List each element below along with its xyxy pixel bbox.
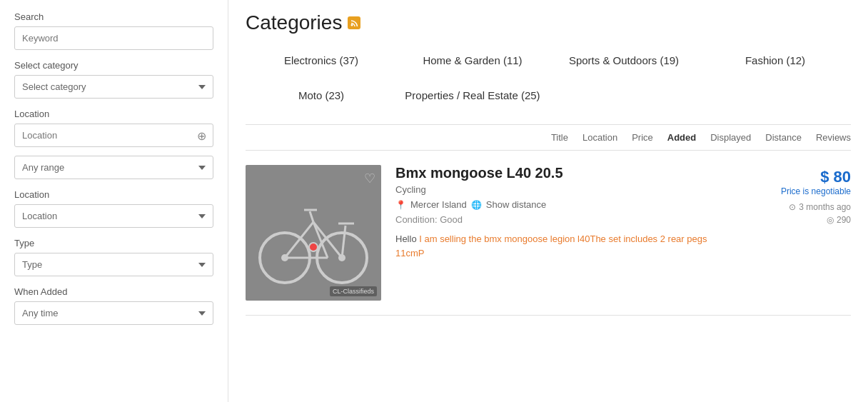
listing-condition: Condition: Good xyxy=(395,214,730,225)
listing-time: ⊙ 3 months ago xyxy=(744,202,851,212)
type-label: Type xyxy=(14,238,213,248)
sort-added[interactable]: Added xyxy=(667,132,696,143)
sort-bar: Title Location Price Added Displayed Dis… xyxy=(246,125,851,151)
sort-location[interactable]: Location xyxy=(582,132,617,143)
sort-reviews[interactable]: Reviews xyxy=(816,132,851,143)
listing-negotiable: Price is negotiable xyxy=(744,186,851,196)
listing-row: ♡ CL-Classifieds Bmx mongoose L40 20.5 C… xyxy=(246,151,851,316)
listing-location: Mercer Island xyxy=(410,199,467,210)
eye-icon: ◎ xyxy=(827,215,834,225)
category-home-garden[interactable]: Home & Garden (11) xyxy=(397,49,548,72)
listing-desc-highlight: I am selling the bmx mongoose legion l40… xyxy=(395,233,707,258)
show-distance-link[interactable]: Show distance xyxy=(486,199,547,210)
favorite-icon[interactable]: ♡ xyxy=(364,171,375,186)
category-moto[interactable]: Moto (23) xyxy=(246,84,397,107)
sort-distance[interactable]: Distance xyxy=(765,132,802,143)
when-added-select[interactable]: Any time Today This week This month xyxy=(14,301,213,325)
listing-time-ago: 3 months ago xyxy=(799,202,851,212)
sort-displayed[interactable]: Displayed xyxy=(710,132,751,143)
categories-header: Categories xyxy=(246,11,851,34)
location-label-2: Location xyxy=(14,189,213,200)
category-electronics[interactable]: Electronics (37) xyxy=(246,49,397,72)
sort-title[interactable]: Title xyxy=(551,132,568,143)
location-input-1[interactable] xyxy=(14,124,213,147)
svg-rect-1 xyxy=(246,165,381,301)
listing-price: $ 80 xyxy=(744,168,851,186)
listing-meta: 📍 Mercer Island 🌐 Show distance xyxy=(395,199,730,210)
watermark: CL-Classifieds xyxy=(330,286,377,296)
category-fashion[interactable]: Fashion (12) xyxy=(700,49,851,72)
category-select[interactable]: Select category Electronics Home & Garde… xyxy=(14,75,213,99)
sidebar: Search Select category Select category E… xyxy=(0,0,228,402)
category-sports-outdoors[interactable]: Sports & Outdoors (19) xyxy=(548,49,700,72)
search-label: Search xyxy=(14,11,213,22)
range-select[interactable]: Any range 5 km 10 km 25 km 50 km 100 km xyxy=(14,156,213,179)
location-label-1: Location xyxy=(14,109,213,119)
location-input-wrap-1: ⊕ xyxy=(14,124,213,147)
category-label: Select category xyxy=(14,60,213,71)
listing-price-col: $ 80 Price is negotiable ⊙ 3 months ago … xyxy=(744,165,851,301)
svg-point-0 xyxy=(351,24,353,26)
crosshair-icon[interactable]: ⊕ xyxy=(197,129,206,142)
location-pin-icon: 📍 xyxy=(395,200,406,210)
when-added-label: When Added xyxy=(14,286,213,297)
categories-grid: Electronics (37) Home & Garden (11) Spor… xyxy=(246,49,851,107)
listing-view-count: 290 xyxy=(837,215,851,225)
type-select[interactable]: Type xyxy=(14,253,213,276)
listing-category[interactable]: Cycling xyxy=(395,184,730,195)
category-real-estate[interactable]: Properties / Real Estate (25) xyxy=(397,84,548,107)
listing-image: ♡ CL-Classifieds xyxy=(246,165,381,301)
listing-description: Hello I am selling the bmx mongoose legi… xyxy=(395,232,730,260)
listing-views: ◎ 290 xyxy=(744,215,851,225)
page-title: Categories xyxy=(246,11,342,34)
sort-price[interactable]: Price xyxy=(632,132,653,143)
globe-icon: 🌐 xyxy=(471,200,482,210)
listing-desc-normal: Hello xyxy=(395,233,419,244)
search-input[interactable] xyxy=(14,26,213,50)
rss-icon[interactable] xyxy=(348,16,360,29)
main-content: Categories Electronics (37) Home & Garde… xyxy=(228,0,868,402)
svg-point-15 xyxy=(309,243,318,251)
listing-details: Bmx mongoose L40 20.5 Cycling 📍 Mercer I… xyxy=(395,165,730,301)
clock-icon: ⊙ xyxy=(789,202,796,212)
listing-title[interactable]: Bmx mongoose L40 20.5 xyxy=(395,165,730,181)
location-select[interactable]: Location xyxy=(14,204,213,228)
